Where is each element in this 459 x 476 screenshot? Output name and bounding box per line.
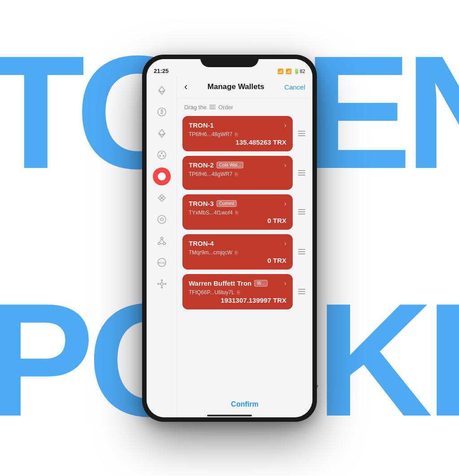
chevron-right-icon: ›	[284, 121, 286, 129]
battery-icon: 🔋82	[294, 69, 305, 74]
wallet-row: TRON-1 › TP6fH6...48gWR7 ⎘ 135.485263 TR…	[182, 116, 307, 151]
svg-marker-14	[158, 196, 162, 200]
phone-wrapper: 21:25 📶 📶 🔋82 ₿	[142, 55, 317, 422]
wallet-name: Warren Buffett Tron	[189, 279, 251, 287]
status-time: 21:25	[154, 68, 169, 74]
drag-lines-icon	[209, 105, 216, 109]
wallet-card-tron3[interactable]: TRON-3 Current › TYxMbS...4f1wof4 ⎘ 0 TR…	[182, 194, 293, 230]
main-content: ‹ Manage Wallets Cancel Drag the Order	[177, 59, 312, 417]
sidebar-icon-other3[interactable]	[153, 275, 171, 293]
current-badge: Current	[217, 200, 237, 207]
phone-screen: 21:25 📶 📶 🔋82 ₿	[147, 59, 312, 417]
svg-marker-13	[162, 196, 165, 200]
svg-point-29	[157, 283, 159, 284]
wallet-address: TYxMbS...4f1wof4	[189, 210, 233, 216]
sidebar-icon-tron[interactable]	[153, 167, 171, 185]
wallet-address: TP6fH6...48gWR7	[189, 131, 232, 137]
wallet-balance: 0 TRX	[189, 217, 286, 224]
svg-point-8	[159, 155, 161, 157]
cold-wallet-badge: Cold Wal...	[217, 162, 244, 168]
drag-hint-text: Drag the	[184, 104, 207, 111]
wallet-balance: 0 TRX	[189, 257, 286, 264]
wallet-address: TMqr9m...cmjqcW	[189, 249, 232, 256]
wallet-row: TRON-4 › TMqr9m...cmjqcW ⎘ 0 TRX	[182, 234, 307, 270]
svg-point-26	[161, 279, 162, 281]
svg-text:₿: ₿	[160, 109, 163, 115]
wallet-card-tron4[interactable]: TRON-4 › TMqr9m...cmjqcW ⎘ 0 TRX	[182, 234, 293, 270]
svg-point-18	[158, 242, 160, 244]
wallet-name: TRON-2	[189, 161, 214, 169]
svg-point-16	[158, 215, 166, 223]
drag-order-text: Order	[218, 104, 233, 111]
status-icons: 📶 📶 🔋82	[277, 69, 305, 74]
wallet-address: TFtQ66P...U6tuy7L	[189, 289, 234, 296]
sidebar-icon-bnb[interactable]	[153, 189, 171, 207]
home-bar	[207, 415, 252, 416]
svg-point-25	[160, 283, 163, 285]
sidebar: ₿	[147, 59, 177, 417]
sidebar-icon-eos[interactable]	[153, 146, 171, 164]
svg-text:MOAC: MOAC	[157, 262, 166, 264]
cancel-button[interactable]: Cancel	[284, 83, 305, 91]
wifi-icon: 📶	[277, 69, 284, 74]
wallet-address: TP6fH6...48gWR7	[189, 171, 232, 177]
sidebar-icon-btc[interactable]: ₿	[153, 103, 171, 121]
wallet-row: TRON-3 Current › TYxMbS...4f1wof4 ⎘ 0 TR…	[182, 194, 307, 230]
confirm-bar: Confirm	[177, 395, 312, 417]
sidebar-icon-other2[interactable]	[153, 232, 171, 250]
drag-handle[interactable]	[296, 247, 307, 256]
svg-marker-5	[159, 133, 165, 137]
wallet-balance: 135.485263 TRX	[189, 138, 286, 146]
drag-handle[interactable]	[296, 287, 307, 296]
svg-point-28	[161, 287, 162, 288]
copy-icon[interactable]: ⎘	[235, 250, 238, 255]
svg-point-17	[160, 237, 163, 239]
w-badge: W...	[254, 280, 267, 287]
chevron-right-icon: ›	[284, 240, 286, 248]
drag-handle[interactable]	[296, 129, 307, 138]
wallet-card-warren[interactable]: Warren Buffett Tron W... › TFtQ66P...U6t…	[182, 274, 293, 309]
chevron-right-icon: ›	[284, 200, 286, 208]
sidebar-icon-eth2[interactable]	[153, 124, 171, 142]
svg-point-7	[161, 152, 163, 154]
sidebar-icon-eth[interactable]	[153, 81, 171, 99]
wallet-name: TRON-4	[189, 240, 214, 247]
wallet-balance: 1931307.139997 TRX	[189, 296, 286, 304]
copy-icon[interactable]: ⎘	[235, 210, 238, 215]
confirm-button[interactable]: Confirm	[231, 400, 258, 408]
drag-handle[interactable]	[296, 168, 307, 177]
wallet-list: TRON-1 › TP6fH6...48gWR7 ⎘ 135.485263 TR…	[177, 114, 312, 395]
top-bar: ‹ Manage Wallets Cancel	[177, 76, 312, 99]
wallet-card-tron2[interactable]: TRON-2 Cold Wal... › TP6fH6...48gWR7 ⎘	[182, 156, 293, 190]
svg-point-19	[163, 242, 165, 244]
copy-icon[interactable]: ⎘	[235, 172, 238, 177]
page-title: Manage Wallets	[208, 82, 264, 91]
svg-point-27	[165, 283, 166, 284]
drag-handle[interactable]	[296, 207, 307, 216]
wallet-card-tron1[interactable]: TRON-1 › TP6fH6...48gWR7 ⎘ 135.485263 TR…	[182, 116, 293, 151]
svg-line-21	[162, 239, 165, 242]
phone-notch	[200, 55, 259, 67]
svg-line-20	[159, 239, 162, 242]
chevron-right-icon: ›	[284, 161, 286, 169]
chevron-right-icon: ›	[284, 279, 286, 287]
wallet-row: Warren Buffett Tron W... › TFtQ66P...U6t…	[182, 274, 307, 309]
svg-point-9	[163, 155, 165, 157]
signal-icon: 📶	[286, 69, 292, 74]
sidebar-icon-moac[interactable]: MOAC	[153, 253, 171, 271]
wallet-name: TRON-3	[189, 200, 214, 207]
wallet-row: TRON-2 Cold Wal... › TP6fH6...48gWR7 ⎘	[182, 156, 307, 190]
phone-device: 21:25 📶 📶 🔋82 ₿	[142, 55, 317, 422]
drag-hint: Drag the Order	[177, 99, 312, 114]
wallet-name: TRON-1	[189, 121, 214, 129]
back-button[interactable]: ‹	[184, 81, 187, 93]
svg-point-6	[158, 151, 166, 159]
copy-icon[interactable]: ⎘	[237, 290, 240, 295]
copy-icon[interactable]: ⎘	[235, 132, 238, 137]
svg-marker-1	[159, 90, 165, 94]
sidebar-icon-other1[interactable]	[153, 210, 171, 228]
svg-marker-12	[160, 194, 164, 198]
svg-marker-15	[160, 198, 164, 202]
